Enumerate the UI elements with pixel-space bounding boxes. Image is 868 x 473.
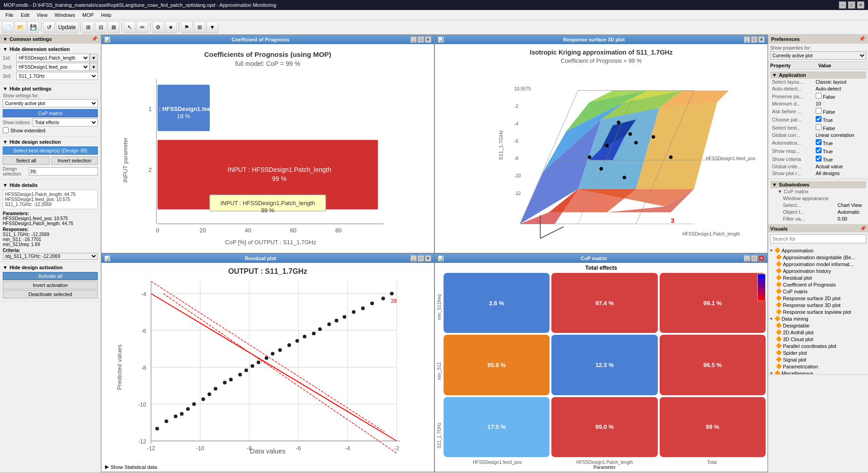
second-param-btn[interactable]: ▼ xyxy=(90,63,98,71)
menu-windows[interactable]: Windows xyxy=(51,11,79,19)
tree-parallel-coord[interactable]: 🔶 Parallel coordinates plot xyxy=(768,342,868,349)
prop-val-global-crite[interactable]: Actual value xyxy=(814,163,866,170)
second-param-select[interactable]: HFSSDesign1.feed_pos xyxy=(16,63,90,71)
open-button[interactable]: 📂 xyxy=(15,21,26,33)
star-button[interactable]: ★ xyxy=(165,21,177,33)
show-resp-checkbox[interactable] xyxy=(816,147,822,153)
show-extended-checkbox[interactable] xyxy=(3,127,9,133)
tree-miscellaneous[interactable]: ▼ 🔶 Miscellaneous xyxy=(768,370,868,374)
activation-header[interactable]: ▼ Hide design activation xyxy=(3,264,98,271)
dim-selection-header[interactable]: ▼ Hide dimension selection xyxy=(3,45,98,53)
new-button[interactable]: 📄 xyxy=(2,21,14,33)
tree-spider-plot[interactable]: 🔶 Spider plot xyxy=(768,349,868,356)
activate-all-button[interactable]: Activate all xyxy=(3,272,98,280)
flag-button[interactable]: ⚑ xyxy=(181,21,193,33)
first-param-select[interactable]: HFSSDesign1.Patch_length xyxy=(16,54,90,62)
pen-button[interactable]: ✏ xyxy=(136,21,148,33)
res-close-btn[interactable]: ✕ xyxy=(425,255,431,262)
invert-selection-button[interactable]: Invert selection xyxy=(51,156,98,165)
grid2-button[interactable]: ⊞ xyxy=(194,21,206,33)
filter-button[interactable]: ▼ xyxy=(207,21,218,33)
tree-resp-surface-2d[interactable]: 🔶 Response surface 2D plot xyxy=(768,295,868,302)
tree-data-mining[interactable]: ▼ 🔶 Data mining xyxy=(768,315,868,322)
deactivate-selected-button[interactable]: Deactivate selected xyxy=(3,290,98,298)
prop-val-show-plot-r[interactable]: All designs xyxy=(814,170,866,177)
tree-resp-surface-topview[interactable]: 🔶 Response surface topview plot xyxy=(768,308,868,315)
select-best-button[interactable]: Select best design(s) (Design 39) xyxy=(3,146,98,155)
first-param-btn[interactable]: ▼ xyxy=(90,54,98,62)
common-settings-header[interactable]: ▼ Common settings 📌 xyxy=(0,35,101,44)
grid-button[interactable]: ⊞ xyxy=(82,21,94,33)
visuals-pin[interactable]: 📌 xyxy=(860,226,866,231)
ask-before-checkbox[interactable] xyxy=(816,108,822,114)
tree-parametrization[interactable]: 🔶 Parametrization xyxy=(768,363,868,370)
menu-view[interactable]: View xyxy=(33,11,51,19)
show-props-select[interactable]: Currently active plot xyxy=(770,51,866,60)
prop-val-auto-detect[interactable]: Auto-detect xyxy=(814,86,866,92)
update-button[interactable]: Update xyxy=(56,21,78,33)
preserve-checkbox[interactable] xyxy=(816,93,822,99)
res-maximize-btn[interactable]: □ xyxy=(418,255,424,262)
select-button[interactable]: ↖ xyxy=(124,21,136,33)
tree-approx-model-info[interactable]: 🔶 Approximation model informat... xyxy=(768,261,868,267)
select-all-button[interactable]: Select all xyxy=(3,156,50,165)
cop-maximize-btn[interactable]: □ xyxy=(418,36,424,43)
show-indices-select[interactable]: Total effects xyxy=(33,118,98,126)
pref-pin-icon[interactable]: 📌 xyxy=(859,36,865,42)
cop-close-btn[interactable]: ✕ xyxy=(425,36,431,43)
tree-cop-matrix[interactable]: 🔶 CoP matrix xyxy=(768,288,868,295)
prop-val-select-layout[interactable]: Classic layout xyxy=(814,79,866,86)
subwin-object-t-val[interactable]: Automatic xyxy=(836,209,866,216)
show-criteria-checkbox[interactable] xyxy=(816,156,822,161)
res-minimize-btn[interactable]: _ xyxy=(410,255,417,262)
preferences-header[interactable]: Preferences 📌 xyxy=(768,35,868,44)
tree-2d-anthill[interactable]: 🔶 2D Anthill plot xyxy=(768,329,868,336)
cop-mat-minimize-btn[interactable]: _ xyxy=(744,255,750,262)
criteria-select[interactable]: obj_S11_1.7GHz: -12.2069 xyxy=(3,253,98,260)
invert-activation-button[interactable]: Invert activation xyxy=(3,281,98,289)
subwindows-header[interactable]: ▼ Subwindows xyxy=(770,181,866,188)
save-button[interactable]: 💾 xyxy=(27,21,39,33)
tree-approximation[interactable]: ▼ 🔶 Approximation xyxy=(768,247,868,254)
refresh-button[interactable]: ↺ xyxy=(43,21,55,33)
tree-residual-plot[interactable]: 🔶 Residual plot xyxy=(768,274,868,281)
design-selection-input[interactable] xyxy=(29,167,98,176)
minimize-button[interactable]: − xyxy=(839,1,846,9)
choose-par-checkbox[interactable] xyxy=(816,116,822,122)
cop-matrix-button[interactable]: CoP matrix xyxy=(3,109,98,117)
cop-mat-close-btn[interactable]: ✕ xyxy=(758,255,765,262)
resp-maximize-btn[interactable]: □ xyxy=(751,36,757,43)
cop-mat-maximize-btn[interactable]: □ xyxy=(751,255,757,262)
tree-3d-cloud[interactable]: 🔶 3D Cloud plot xyxy=(768,336,868,342)
menu-edit[interactable]: Edit xyxy=(17,11,33,19)
tree-approx-history[interactable]: 🔶 Approximation history xyxy=(768,267,868,274)
tree-resp-surface-3d[interactable]: 🔶 Response surface 3D plot xyxy=(768,302,868,308)
settings-button[interactable]: ⚙ xyxy=(152,21,164,33)
tree-cop[interactable]: 🔶 Coefficient of Prognosis xyxy=(768,281,868,288)
select-best-checkbox[interactable] xyxy=(816,124,822,130)
subwin-select-val[interactable]: Chart View xyxy=(836,202,866,209)
menu-help[interactable]: Help xyxy=(97,11,115,19)
prop-val-global-corr[interactable]: Linear correlation xyxy=(814,132,866,139)
resp-close-btn[interactable]: ✕ xyxy=(758,36,765,43)
cop-minimize-btn[interactable]: _ xyxy=(410,36,417,43)
application-header[interactable]: ▼ Application xyxy=(770,71,866,79)
third-param-select[interactable]: S11_1.7GHz xyxy=(16,72,98,80)
menu-file[interactable]: File xyxy=(2,11,17,19)
close-button[interactable]: ✕ xyxy=(857,1,864,9)
layout-button[interactable]: ⊟ xyxy=(95,21,107,33)
resp-minimize-btn[interactable]: _ xyxy=(744,36,750,43)
menu-mop[interactable]: MOP xyxy=(79,11,97,19)
automatica-checkbox[interactable] xyxy=(816,139,822,145)
visuals-search-input[interactable] xyxy=(770,234,866,243)
design-selection-header[interactable]: ▼ Hide design selection xyxy=(3,138,98,146)
prop-val-min-d[interactable]: 10 xyxy=(814,101,866,107)
subwin-filter-va-val[interactable]: 0.00 xyxy=(836,216,866,222)
details-header[interactable]: ▼ Hide details xyxy=(3,181,98,189)
plot-settings-header[interactable]: ▼ Hide plot settings xyxy=(3,85,98,92)
show-statistical-btn[interactable]: ▶ Show Statistical data xyxy=(105,464,157,470)
show-for-select[interactable]: Currently active plot xyxy=(3,99,98,107)
layout2-button[interactable]: ⊠ xyxy=(108,21,120,33)
maximize-button[interactable]: □ xyxy=(848,1,855,9)
tree-designtable-approx[interactable]: 🔶 Approximation designtable (Be... xyxy=(768,254,868,261)
